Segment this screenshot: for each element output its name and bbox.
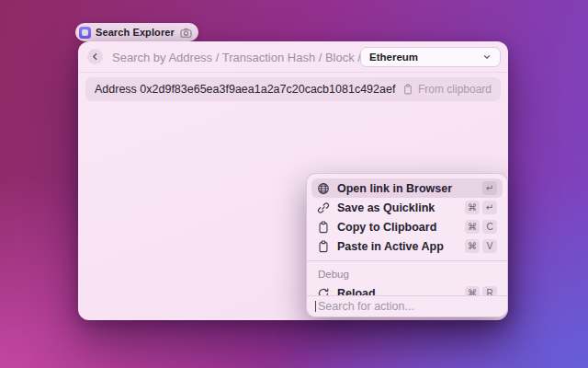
result-row-address[interactable]: Address 0x2d9f83e65ea3f9aea1a2a7c20cacb1… bbox=[85, 77, 501, 101]
key-return: ↵ bbox=[482, 181, 497, 195]
action-search-placeholder: Search for action... bbox=[318, 300, 414, 313]
key-cmd: ⌘ bbox=[465, 201, 480, 214]
menu-item-save-as-quicklink[interactable]: Save as Quicklink ⌘ ↵ bbox=[311, 198, 503, 217]
result-title: Address 0x2d9f83e65ea3f9aea1a2a7c20cacb1… bbox=[95, 83, 402, 96]
key-return: ↵ bbox=[482, 201, 497, 214]
menu-item-open-link-in-browser[interactable]: Open link in Browser ↵ bbox=[311, 178, 503, 198]
menu-item-label: Copy to Clipboard bbox=[337, 221, 458, 234]
menu-item-label: Paste in Active App bbox=[337, 240, 458, 253]
network-dropdown[interactable]: Ethereum bbox=[360, 47, 501, 67]
search-header: Search by Address / Transaction Hash / B… bbox=[78, 41, 508, 73]
menu-item-copy-to-clipboard[interactable]: Copy to Clipboard ⌘ C bbox=[311, 217, 503, 236]
menu-item-label: Save as Quicklink bbox=[337, 201, 458, 214]
window-title-pill: Search Explorer bbox=[75, 23, 198, 41]
camera-icon[interactable] bbox=[180, 28, 192, 38]
result-accessory: From clipboard bbox=[402, 83, 492, 96]
menu-divider bbox=[307, 260, 507, 261]
action-panel: Open link in Browser ↵ Save as Quicklink… bbox=[306, 173, 508, 317]
network-dropdown-value: Ethereum bbox=[369, 52, 482, 63]
key-c: C bbox=[482, 220, 497, 234]
back-button[interactable] bbox=[87, 49, 103, 64]
clipboard-icon bbox=[317, 221, 330, 234]
clipboard-icon bbox=[402, 84, 413, 95]
key-cmd: ⌘ bbox=[465, 220, 480, 234]
menu-item-label: Open link in Browser bbox=[337, 182, 475, 195]
clipboard-icon bbox=[317, 240, 330, 253]
result-accessory-label: From clipboard bbox=[418, 83, 492, 96]
action-search-input[interactable]: Search for action... bbox=[307, 295, 507, 316]
link-icon bbox=[317, 201, 330, 214]
extension-icon bbox=[79, 27, 91, 39]
header-divider bbox=[78, 72, 508, 73]
menu-section-debug: Debug bbox=[311, 266, 503, 283]
globe-icon bbox=[317, 182, 330, 195]
menu-item-paste-in-active-app[interactable]: Paste in Active App ⌘ V bbox=[311, 236, 503, 256]
window-title: Search Explorer bbox=[96, 27, 175, 38]
key-v: V bbox=[482, 239, 497, 253]
key-cmd: ⌘ bbox=[465, 239, 480, 253]
chevron-down-icon bbox=[482, 52, 492, 62]
text-caret bbox=[315, 301, 316, 312]
